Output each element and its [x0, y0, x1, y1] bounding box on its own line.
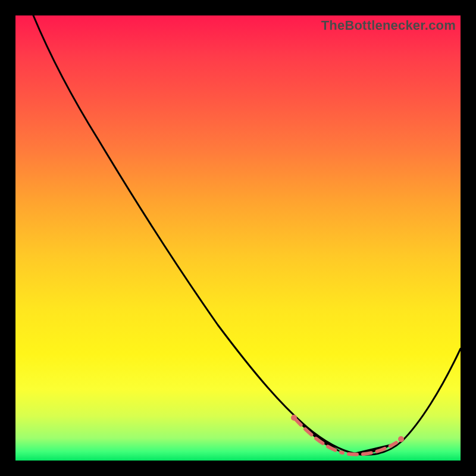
sweet-spot-markers: [295, 419, 396, 455]
chart-frame: TheBottlenecker.com: [0, 0, 476, 476]
svg-point-1: [398, 436, 404, 442]
bottleneck-curve-path: [33, 15, 461, 455]
svg-point-0: [291, 415, 297, 421]
bottleneck-chart: [15, 15, 461, 461]
chart-plot-area: TheBottlenecker.com: [15, 15, 461, 461]
